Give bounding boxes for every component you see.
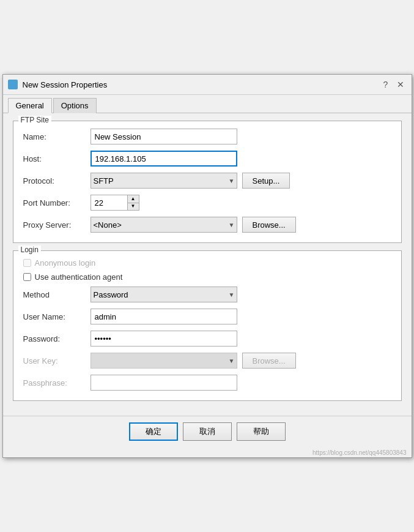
- proxy-row: Proxy Server: <None> HTTP SOCKS4 SOCKS5 …: [23, 217, 391, 233]
- close-button[interactable]: ✕: [394, 78, 407, 91]
- protocol-label: Protocol:: [23, 176, 91, 185]
- host-input[interactable]: [91, 151, 237, 167]
- anonymous-checkbox[interactable]: [23, 259, 31, 267]
- tab-general[interactable]: General: [8, 98, 52, 113]
- method-select-wrapper: Password PublicKey Keyboard Interactive …: [91, 287, 237, 302]
- username-label: User Name:: [23, 312, 91, 321]
- auth-agent-row: Use authentication agent: [23, 272, 391, 282]
- title-controls: ? ✕: [380, 78, 407, 91]
- auth-agent-checkbox[interactable]: [23, 273, 31, 281]
- method-select[interactable]: Password PublicKey Keyboard Interactive: [91, 287, 237, 302]
- passphrase-label: Passphrase:: [23, 378, 91, 388]
- tab-content: FTP Site Name: Host: Protocol: SFTP FTP …: [3, 113, 412, 416]
- port-decrement-button[interactable]: ▼: [128, 203, 139, 211]
- help-button[interactable]: ?: [380, 78, 392, 91]
- userkey-label: User Key:: [23, 356, 91, 365]
- dialog-title: New Session Properties: [23, 80, 108, 89]
- host-row: Host:: [23, 151, 391, 167]
- host-label: Host:: [23, 154, 91, 163]
- name-row: Name:: [23, 129, 391, 144]
- port-increment-button[interactable]: ▲: [128, 195, 139, 203]
- userkey-select-wrapper: ▼: [91, 353, 237, 369]
- cancel-button[interactable]: 取消: [183, 422, 232, 441]
- userkey-browse-button: Browse...: [242, 353, 296, 369]
- anonymous-row: Anonymous login: [23, 258, 391, 268]
- footer: 确定 取消 帮助: [3, 416, 412, 448]
- userkey-select: [91, 353, 237, 369]
- confirm-button[interactable]: 确定: [129, 422, 178, 441]
- proxy-label: Proxy Server:: [23, 220, 91, 230]
- tab-options[interactable]: Options: [53, 98, 97, 113]
- auth-agent-label: Use authentication agent: [35, 272, 123, 282]
- proxy-select-wrapper: <None> HTTP SOCKS4 SOCKS5 ▼: [91, 217, 237, 233]
- protocol-select-wrapper: SFTP FTP FTPS SCP ▼: [91, 173, 237, 189]
- password-input[interactable]: [91, 331, 237, 347]
- name-input[interactable]: [91, 129, 237, 144]
- port-label: Port Number:: [23, 198, 91, 208]
- login-label: Login: [18, 245, 41, 254]
- tabs-container: General Options: [3, 95, 412, 113]
- passphrase-input[interactable]: [91, 375, 237, 391]
- port-input[interactable]: [91, 195, 127, 211]
- title-bar-left: New Session Properties: [8, 80, 108, 89]
- help-footer-button[interactable]: 帮助: [237, 422, 286, 441]
- password-label: Password:: [23, 334, 91, 343]
- port-input-group: ▲ ▼: [91, 195, 139, 211]
- proxy-select[interactable]: <None> HTTP SOCKS4 SOCKS5: [91, 217, 237, 233]
- port-row: Port Number: ▲ ▼: [23, 195, 391, 211]
- method-row: Method Password PublicKey Keyboard Inter…: [23, 287, 391, 302]
- title-bar: New Session Properties ? ✕: [3, 75, 412, 95]
- ftp-site-group: FTP Site Name: Host: Protocol: SFTP FTP …: [13, 121, 402, 243]
- password-row: Password:: [23, 331, 391, 347]
- proxy-browse-button[interactable]: Browse...: [242, 217, 296, 233]
- login-group: Login Anonymous login Use authentication…: [13, 250, 402, 401]
- protocol-row: Protocol: SFTP FTP FTPS SCP ▼ Setup...: [23, 173, 391, 189]
- username-row: User Name:: [23, 309, 391, 324]
- port-spinner: ▲ ▼: [127, 195, 139, 211]
- name-label: Name:: [23, 132, 91, 141]
- anonymous-label: Anonymous login: [35, 258, 96, 268]
- ftp-site-label: FTP Site: [18, 116, 51, 124]
- app-icon: [8, 80, 18, 89]
- protocol-select[interactable]: SFTP FTP FTPS SCP: [91, 173, 237, 189]
- userkey-row: User Key: ▼ Browse...: [23, 353, 391, 369]
- dialog-window: New Session Properties ? ✕ General Optio…: [2, 74, 412, 458]
- passphrase-row: Passphrase:: [23, 375, 391, 391]
- setup-button[interactable]: Setup...: [242, 173, 290, 189]
- username-input[interactable]: [91, 309, 237, 324]
- watermark: https://blog.csdn.net/qq445803843: [3, 448, 412, 457]
- method-label: Method: [23, 290, 91, 299]
